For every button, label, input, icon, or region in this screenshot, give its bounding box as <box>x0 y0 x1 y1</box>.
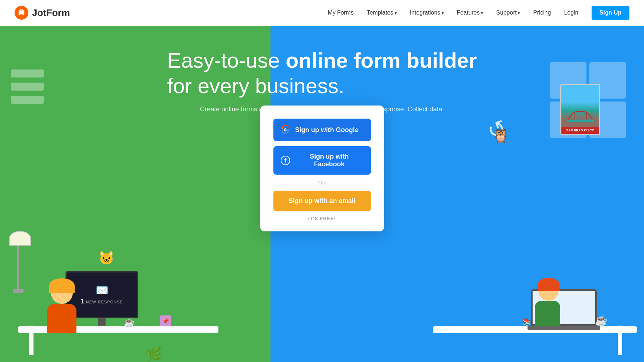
lamp-decoration <box>9 231 27 289</box>
logo[interactable]: JotForm <box>15 6 70 20</box>
svg-rect-4 <box>567 120 593 122</box>
nav-features[interactable]: Features <box>457 9 483 16</box>
bird-icon: 🦉 <box>492 128 509 144</box>
signup-card: Sign up with Google Sign up with Faceboo… <box>260 106 384 231</box>
decorative-bars <box>11 69 44 104</box>
google-signup-label: Sign up with Google <box>295 126 359 134</box>
hero-left-panel: ✉️ 1 NEW RESPONSE 🐱 ☕ 🌿 <box>0 26 270 362</box>
person-right <box>535 281 560 326</box>
nav-pricing[interactable]: Pricing <box>533 9 551 16</box>
nav-integrations[interactable]: Integrations <box>410 9 444 16</box>
logo-text: JotForm <box>32 7 70 19</box>
navbar: JotForm My Forms Templates Integrations … <box>0 0 644 26</box>
free-label: IT'S FREE! <box>273 216 371 221</box>
login-button[interactable]: Login <box>564 9 578 16</box>
poster-image <box>561 85 599 127</box>
bridge-svg <box>561 106 599 127</box>
desk-leg-right <box>618 326 622 355</box>
google-icon <box>281 125 290 135</box>
facebook-signup-button[interactable]: Sign up with Facebook <box>273 146 371 175</box>
signup-button[interactable]: Sign Up <box>592 6 629 20</box>
books-decoration: 📚 <box>522 318 531 326</box>
or-label: OR <box>318 180 326 186</box>
facebook-icon <box>281 156 290 165</box>
lamp-base <box>13 289 24 293</box>
green-bar-1 <box>11 69 44 77</box>
or-divider: OR <box>273 180 371 186</box>
facebook-signup-label: Sign up with Facebook <box>295 153 364 168</box>
plant-icon: 🌿 <box>146 347 162 362</box>
green-bar-2 <box>11 83 44 91</box>
notif-count: 1 <box>81 298 84 305</box>
monitor-screen: ✉️ 1 NEW RESPONSE <box>66 271 138 318</box>
email-signup-label: Sign up with an email <box>288 197 355 205</box>
monitor-stand <box>98 318 106 326</box>
google-signup-button[interactable]: Sign up with Google <box>273 119 371 141</box>
nav-my-forms[interactable]: My Forms <box>328 9 353 16</box>
poster-label: SAN FRAN CISCO <box>561 127 599 134</box>
email-signup-button[interactable]: Sign up with an email <box>273 191 371 211</box>
envelope-icon: ✉️ <box>96 284 108 296</box>
svg-point-1 <box>20 11 23 14</box>
person-left <box>33 282 76 333</box>
mug-icon: ☕ <box>595 314 608 326</box>
logo-icon <box>15 6 28 20</box>
notif-text: NEW RESPONSE <box>86 300 123 304</box>
lamp-shade <box>9 231 31 246</box>
sticky-note: 📌 <box>160 315 171 326</box>
nav-templates[interactable]: Templates <box>367 9 396 16</box>
nav-support[interactable]: Support <box>496 9 520 16</box>
green-bar-3 <box>11 96 44 104</box>
cat-icon: 🐱 <box>98 250 115 266</box>
nav-links: My Forms Templates Integrations Features… <box>328 6 629 20</box>
san-francisco-poster: SAN FRAN CISCO <box>560 84 600 135</box>
lamp-pole <box>17 246 19 289</box>
coffee-cup-icon: ☕ <box>124 317 135 327</box>
